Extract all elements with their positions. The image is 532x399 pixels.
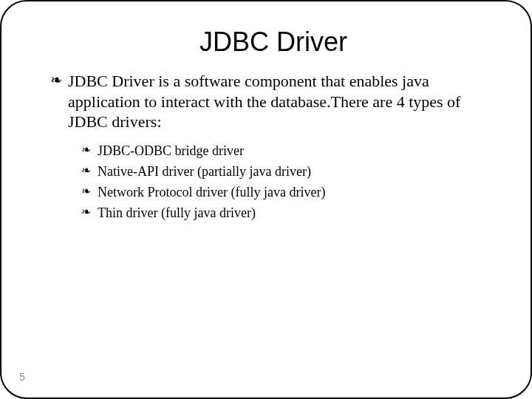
slide-body: JDBC Driver is a software component that…: [68, 71, 494, 222]
driver-type-list: JDBC-ODBC bridge driver Native-API drive…: [98, 141, 494, 222]
list-item: Native-API driver (partially java driver…: [98, 162, 494, 181]
list-item: Thin driver (fully java driver): [98, 203, 494, 222]
slide-frame: JDBC Driver JDBC Driver is a software co…: [0, 0, 532, 399]
page-number: 5: [19, 371, 25, 383]
intro-paragraph: JDBC Driver is a software component that…: [68, 71, 494, 132]
slide-title: JDBC Driver: [53, 27, 494, 58]
list-item: Network Protocol driver (fully java driv…: [98, 183, 494, 202]
list-item: JDBC-ODBC bridge driver: [98, 141, 494, 160]
